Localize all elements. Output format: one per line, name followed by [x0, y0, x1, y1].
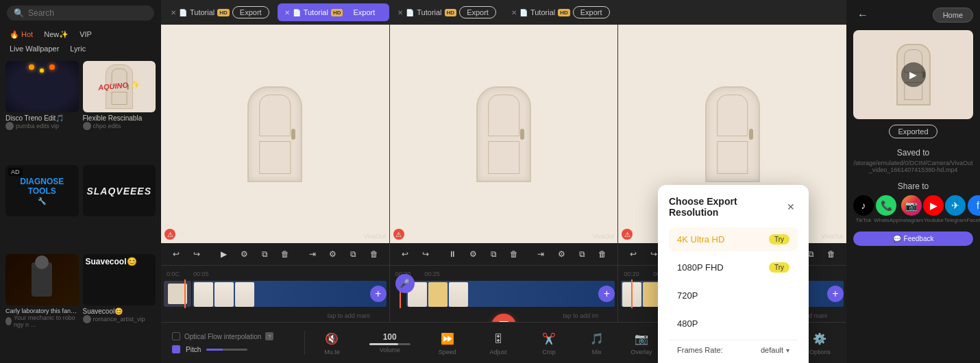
- tool-mute[interactable]: 🔇 Mu.te: [318, 331, 345, 355]
- search-input[interactable]: [28, 8, 147, 18]
- settings-button-2[interactable]: ⚙: [465, 246, 481, 262]
- share-facebook[interactable]: f Facebo...: [966, 195, 980, 223]
- template-card[interactable]: Disco Treno Edit🎵 pumba edits vip: [5, 61, 79, 161]
- export-button-1[interactable]: Export: [232, 6, 269, 18]
- template-card[interactable]: Carly laboratory this fan of sour... You…: [5, 254, 79, 359]
- delete-button-2[interactable]: 🗑: [506, 246, 522, 262]
- tab-3-label: Tutorial: [417, 8, 441, 16]
- template-card[interactable]: AD DIAGNOSETOOLS 🔧: [5, 165, 79, 249]
- record-button[interactable]: [491, 314, 516, 322]
- modal-close-button[interactable]: ✕: [785, 200, 798, 214]
- resolution-option-720p[interactable]: 720P: [669, 284, 798, 308]
- tool-adjust[interactable]: 🎛 Adjust: [485, 331, 512, 355]
- settings2-button-1[interactable]: ⚙: [325, 246, 341, 262]
- tab-3[interactable]: ✕ 📄 Tutorial HD Export: [391, 3, 503, 21]
- resolution-option-4k[interactable]: 4K Ultra HD Try: [669, 227, 798, 251]
- speed-icon: ⏩: [439, 331, 456, 347]
- export-button-2[interactable]: Export: [345, 6, 382, 18]
- volume-slider[interactable]: [369, 343, 411, 345]
- speed-label: Speed: [439, 349, 456, 355]
- close-icon-2[interactable]: ✕: [284, 9, 290, 16]
- tool-crop[interactable]: ✂️ Crop: [535, 331, 563, 355]
- mic-button[interactable]: 🎤: [395, 274, 415, 293]
- close-icon-3[interactable]: ✕: [397, 9, 403, 16]
- pause-button-2[interactable]: ⏸: [444, 246, 461, 262]
- tab-new[interactable]: New✨: [40, 29, 73, 40]
- redo-button-2[interactable]: ↪: [417, 246, 434, 262]
- exported-badge[interactable]: Exported: [889, 125, 937, 138]
- tool-mix[interactable]: 🎵 Mix: [583, 331, 611, 355]
- optical-flow-section: Optical Flow interpolation ?: [167, 331, 299, 342]
- tab-live-wallpaper[interactable]: Live Wallpaper: [5, 43, 63, 54]
- right-panel-top: ← Home: [846, 0, 980, 30]
- share-to-section: Share to ♪ TikTok 📞 WhatsApp 📷 Instagram…: [846, 177, 980, 227]
- tool-options[interactable]: ⚙️ Options: [806, 331, 833, 355]
- share-instagram[interactable]: 📷 Instagram: [899, 195, 924, 223]
- tool-speed[interactable]: ⏩ Speed: [434, 331, 461, 355]
- preview-section-2: ⚠ VivaOut: [390, 25, 619, 243]
- tab-hot[interactable]: 🔥 Hot: [5, 29, 37, 40]
- play-button-1[interactable]: ▶: [215, 246, 232, 262]
- export-button-4[interactable]: Export: [573, 6, 610, 18]
- delete2-button-2[interactable]: 🗑: [594, 246, 611, 262]
- copy-button-1[interactable]: ⧉: [256, 246, 273, 262]
- settings-button-1[interactable]: ⚙: [236, 246, 252, 262]
- end-button-1[interactable]: ⇥: [304, 246, 321, 262]
- close-icon[interactable]: ✕: [171, 9, 176, 16]
- end-button-2[interactable]: ⇥: [532, 246, 549, 262]
- feedback-button[interactable]: 💬 Feedback: [853, 231, 973, 246]
- frames-rate-section: Frames Rate: default ▾: [669, 340, 798, 360]
- tab-2[interactable]: ✕ 📄 Tutorial HD Export: [278, 3, 390, 21]
- template-card[interactable]: AQUINO ✨ Flexible Rescinabla chpo edits: [83, 61, 156, 161]
- resolution-option-1080p[interactable]: 1080P FHD Try: [669, 255, 798, 279]
- back-button[interactable]: ←: [853, 5, 872, 25]
- ad-badge: AD: [8, 168, 23, 176]
- tab-4-label: Tutorial: [530, 8, 555, 16]
- hd-badge-3: HD: [445, 9, 457, 16]
- add-clip-button-3[interactable]: +: [827, 286, 844, 302]
- watermark-1: VivaOut: [364, 233, 386, 240]
- tab-4[interactable]: ✕ 📄 Tutorial HD Export: [504, 3, 617, 21]
- share-whatsapp[interactable]: 📞 WhatsApp: [874, 195, 899, 223]
- nav-tabs: 🔥 Hot New✨ VIP Live Wallpaper Lyric: [0, 26, 161, 57]
- undo-button-1[interactable]: ↩: [168, 246, 184, 262]
- home-button[interactable]: Home: [933, 8, 973, 23]
- copy-button-2[interactable]: ⧉: [485, 246, 502, 262]
- share-tiktok[interactable]: ♪ TikTok: [853, 195, 874, 223]
- delete2-button-3[interactable]: 🗑: [823, 246, 840, 262]
- add-clip-button-1[interactable]: +: [370, 286, 387, 302]
- copy2-button-1[interactable]: ⧉: [345, 246, 362, 262]
- template-card[interactable]: Suavecool😊 Suavecool😊 romance_artist_vip: [83, 254, 156, 359]
- search-bar[interactable]: 🔍: [7, 5, 154, 21]
- tab-vip[interactable]: VIP: [75, 29, 96, 40]
- play-overlay[interactable]: ▶: [901, 62, 926, 87]
- delete2-button-1[interactable]: 🗑: [366, 246, 382, 262]
- error-indicator-2: ⚠: [393, 229, 404, 240]
- pitch-checkbox[interactable]: [172, 345, 180, 353]
- close-icon-4[interactable]: ✕: [511, 9, 517, 16]
- pitch-label: Pitch: [186, 346, 201, 353]
- frames-rate-selector[interactable]: default ▾: [761, 346, 789, 354]
- export-button-3[interactable]: Export: [459, 6, 496, 18]
- preview-thumbnail[interactable]: ▶: [853, 30, 973, 119]
- template-label: Suavecool😊: [83, 308, 156, 315]
- tool-overlay[interactable]: 📷 Overlay: [628, 331, 655, 355]
- telegram-icon: ✈: [945, 195, 966, 216]
- redo-button-1[interactable]: ↪: [188, 246, 205, 262]
- share-youtube[interactable]: ▶ Youtube: [923, 195, 944, 223]
- share-telegram[interactable]: ✈ Telegram: [944, 195, 966, 223]
- undo-button-3[interactable]: ↩: [625, 246, 641, 262]
- feedback-icon: 💬: [893, 235, 901, 242]
- resolution-option-480p[interactable]: 480P: [669, 312, 798, 336]
- copy2-button-2[interactable]: ⧉: [574, 246, 590, 262]
- add-clip-button-2[interactable]: +: [598, 286, 615, 302]
- tab-lyrics[interactable]: Lyric: [66, 43, 90, 54]
- settings2-button-2[interactable]: ⚙: [553, 246, 569, 262]
- tab-1[interactable]: ✕ 📄 Tutorial HD Export: [164, 3, 276, 21]
- pitch-slider[interactable]: [206, 349, 247, 351]
- delete-button-1[interactable]: 🗑: [277, 246, 293, 262]
- hd-badge-4: HD: [558, 9, 570, 16]
- optical-flow-checkbox[interactable]: [172, 332, 180, 340]
- template-card[interactable]: SLAQVEEES: [83, 165, 156, 249]
- undo-button-2[interactable]: ↩: [397, 246, 413, 262]
